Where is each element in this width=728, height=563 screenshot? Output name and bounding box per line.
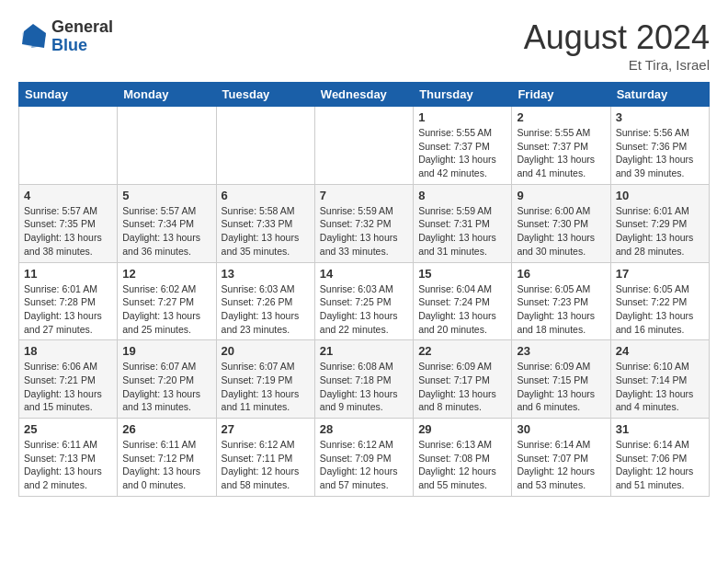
week-row-4: 18Sunrise: 6:06 AM Sunset: 7:21 PM Dayli… — [19, 340, 710, 419]
day-number: 17 — [616, 267, 704, 281]
day-cell: 16Sunrise: 6:05 AM Sunset: 7:23 PM Dayli… — [512, 262, 610, 340]
day-number: 16 — [517, 267, 605, 281]
day-cell: 1Sunrise: 5:55 AM Sunset: 7:37 PM Daylig… — [414, 107, 512, 185]
day-cell: 9Sunrise: 6:00 AM Sunset: 7:30 PM Daylig… — [512, 184, 610, 262]
day-number: 25 — [24, 422, 112, 436]
day-number: 18 — [24, 344, 112, 358]
day-number: 4 — [24, 189, 112, 202]
day-info: Sunrise: 5:57 AM Sunset: 7:34 PM Dayligh… — [122, 204, 210, 259]
logo-text: General Blue — [51, 18, 113, 55]
day-info: Sunrise: 6:01 AM Sunset: 7:29 PM Dayligh… — [616, 204, 704, 259]
logo: General Blue — [18, 18, 113, 55]
day-info: Sunrise: 5:56 AM Sunset: 7:36 PM Dayligh… — [616, 126, 704, 180]
day-info: Sunrise: 6:11 AM Sunset: 7:13 PM Dayligh… — [24, 438, 112, 492]
day-cell: 8Sunrise: 5:59 AM Sunset: 7:31 PM Daylig… — [414, 184, 512, 262]
day-info: Sunrise: 6:07 AM Sunset: 7:19 PM Dayligh… — [222, 360, 310, 414]
day-info: Sunrise: 6:01 AM Sunset: 7:28 PM Dayligh… — [24, 282, 112, 337]
day-number: 1 — [418, 110, 506, 124]
day-info: Sunrise: 6:08 AM Sunset: 7:18 PM Dayligh… — [320, 360, 408, 414]
day-number: 23 — [517, 344, 605, 358]
weekday-header-wednesday: Wednesday — [314, 83, 413, 107]
page-header: General Blue August 2024 Et Tira, Israel — [18, 18, 710, 73]
day-number: 13 — [222, 267, 310, 281]
day-cell — [314, 107, 413, 185]
day-cell: 3Sunrise: 5:56 AM Sunset: 7:36 PM Daylig… — [610, 107, 709, 185]
day-info: Sunrise: 6:00 AM Sunset: 7:30 PM Dayligh… — [517, 204, 605, 259]
day-info: Sunrise: 5:58 AM Sunset: 7:33 PM Dayligh… — [222, 204, 310, 259]
day-cell: 22Sunrise: 6:09 AM Sunset: 7:17 PM Dayli… — [414, 340, 512, 419]
day-info: Sunrise: 6:14 AM Sunset: 7:06 PM Dayligh… — [616, 438, 704, 492]
day-info: Sunrise: 6:07 AM Sunset: 7:20 PM Dayligh… — [122, 360, 210, 414]
title-area: August 2024 Et Tira, Israel — [524, 18, 710, 73]
day-info: Sunrise: 6:09 AM Sunset: 7:17 PM Dayligh… — [418, 360, 506, 414]
day-cell: 24Sunrise: 6:10 AM Sunset: 7:14 PM Dayli… — [610, 340, 709, 419]
weekday-header-row: SundayMondayTuesdayWednesdayThursdayFrid… — [19, 83, 710, 107]
day-cell — [118, 107, 216, 185]
day-info: Sunrise: 6:06 AM Sunset: 7:21 PM Dayligh… — [24, 360, 112, 414]
day-info: Sunrise: 6:10 AM Sunset: 7:14 PM Dayligh… — [616, 360, 704, 414]
weekday-header-tuesday: Tuesday — [216, 83, 314, 107]
day-info: Sunrise: 6:05 AM Sunset: 7:22 PM Dayligh… — [616, 282, 704, 337]
day-cell: 28Sunrise: 6:12 AM Sunset: 7:09 PM Dayli… — [314, 419, 413, 497]
day-info: Sunrise: 5:55 AM Sunset: 7:37 PM Dayligh… — [418, 126, 506, 180]
day-info: Sunrise: 5:55 AM Sunset: 7:37 PM Dayligh… — [517, 126, 605, 180]
day-number: 8 — [418, 189, 506, 202]
day-number: 26 — [122, 422, 210, 436]
day-number: 11 — [24, 267, 112, 281]
day-cell: 31Sunrise: 6:14 AM Sunset: 7:06 PM Dayli… — [610, 419, 709, 497]
day-number: 10 — [616, 189, 704, 202]
location: Et Tira, Israel — [524, 57, 710, 73]
day-number: 31 — [616, 422, 704, 436]
day-cell: 20Sunrise: 6:07 AM Sunset: 7:19 PM Dayli… — [216, 340, 314, 419]
day-info: Sunrise: 6:13 AM Sunset: 7:08 PM Dayligh… — [418, 438, 506, 492]
day-number: 27 — [222, 422, 310, 436]
day-info: Sunrise: 5:59 AM Sunset: 7:31 PM Dayligh… — [418, 204, 506, 259]
day-number: 2 — [517, 110, 605, 124]
day-number: 19 — [122, 344, 210, 358]
day-number: 29 — [418, 422, 506, 436]
day-info: Sunrise: 6:11 AM Sunset: 7:12 PM Dayligh… — [122, 438, 210, 492]
day-cell — [216, 107, 314, 185]
day-info: Sunrise: 6:12 AM Sunset: 7:09 PM Dayligh… — [320, 438, 408, 492]
day-cell: 2Sunrise: 5:55 AM Sunset: 7:37 PM Daylig… — [512, 107, 610, 185]
day-cell: 25Sunrise: 6:11 AM Sunset: 7:13 PM Dayli… — [19, 419, 118, 497]
day-cell: 12Sunrise: 6:02 AM Sunset: 7:27 PM Dayli… — [118, 262, 216, 340]
day-number: 7 — [320, 189, 408, 202]
day-number: 20 — [222, 344, 310, 358]
day-cell: 21Sunrise: 6:08 AM Sunset: 7:18 PM Dayli… — [314, 340, 413, 419]
day-info: Sunrise: 6:09 AM Sunset: 7:15 PM Dayligh… — [517, 360, 605, 414]
day-number: 28 — [320, 422, 408, 436]
day-cell: 10Sunrise: 6:01 AM Sunset: 7:29 PM Dayli… — [610, 184, 709, 262]
day-cell: 11Sunrise: 6:01 AM Sunset: 7:28 PM Dayli… — [19, 262, 118, 340]
day-cell: 30Sunrise: 6:14 AM Sunset: 7:07 PM Dayli… — [512, 419, 610, 497]
day-number: 9 — [517, 189, 605, 202]
day-number: 12 — [122, 267, 210, 281]
day-cell: 29Sunrise: 6:13 AM Sunset: 7:08 PM Dayli… — [414, 419, 512, 497]
day-info: Sunrise: 6:03 AM Sunset: 7:26 PM Dayligh… — [222, 282, 310, 337]
weekday-header-friday: Friday — [512, 83, 610, 107]
weekday-header-thursday: Thursday — [414, 83, 512, 107]
day-number: 6 — [222, 189, 310, 202]
day-cell: 4Sunrise: 5:57 AM Sunset: 7:35 PM Daylig… — [19, 184, 118, 262]
week-row-1: 1Sunrise: 5:55 AM Sunset: 7:37 PM Daylig… — [19, 107, 710, 185]
day-number: 5 — [122, 189, 210, 202]
day-cell: 7Sunrise: 5:59 AM Sunset: 7:32 PM Daylig… — [314, 184, 413, 262]
day-cell: 27Sunrise: 6:12 AM Sunset: 7:11 PM Dayli… — [216, 419, 314, 497]
day-cell: 14Sunrise: 6:03 AM Sunset: 7:25 PM Dayli… — [314, 262, 413, 340]
day-info: Sunrise: 6:02 AM Sunset: 7:27 PM Dayligh… — [122, 282, 210, 337]
logo-general: General — [51, 18, 113, 37]
day-number: 15 — [418, 267, 506, 281]
day-cell: 19Sunrise: 6:07 AM Sunset: 7:20 PM Dayli… — [118, 340, 216, 419]
day-number: 22 — [418, 344, 506, 358]
week-row-2: 4Sunrise: 5:57 AM Sunset: 7:35 PM Daylig… — [19, 184, 710, 262]
day-info: Sunrise: 6:03 AM Sunset: 7:25 PM Dayligh… — [320, 282, 408, 337]
weekday-header-monday: Monday — [118, 83, 216, 107]
day-cell: 17Sunrise: 6:05 AM Sunset: 7:22 PM Dayli… — [610, 262, 709, 340]
day-cell: 5Sunrise: 5:57 AM Sunset: 7:34 PM Daylig… — [118, 184, 216, 262]
day-info: Sunrise: 6:05 AM Sunset: 7:23 PM Dayligh… — [517, 282, 605, 337]
day-number: 14 — [320, 267, 408, 281]
day-number: 24 — [616, 344, 704, 358]
day-cell: 13Sunrise: 6:03 AM Sunset: 7:26 PM Dayli… — [216, 262, 314, 340]
day-number: 30 — [517, 422, 605, 436]
day-cell — [19, 107, 118, 185]
